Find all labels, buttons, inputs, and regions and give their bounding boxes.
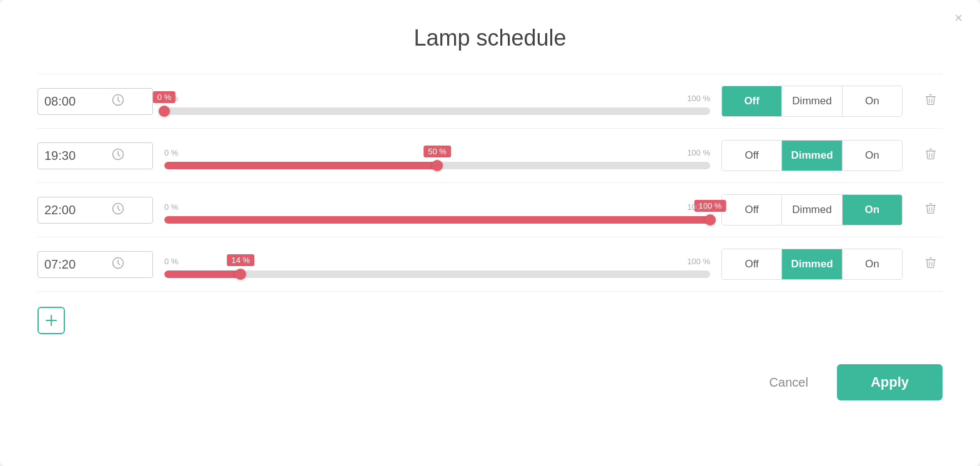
svg-rect-1 bbox=[926, 96, 936, 97]
modal-title: Lamp schedule bbox=[37, 25, 943, 51]
slider-area: 0 %100 %100 % bbox=[164, 194, 710, 226]
mode-btn-on[interactable]: On bbox=[843, 195, 902, 225]
time-input[interactable] bbox=[44, 94, 107, 109]
schedule-row: 0 %14 %100 %OffDimmedOn bbox=[37, 237, 943, 292]
mode-group: OffDimmedOn bbox=[721, 194, 903, 226]
slider-track-wrap bbox=[164, 269, 710, 280]
slider-label-0: 0 % bbox=[164, 202, 178, 212]
svg-rect-7 bbox=[929, 149, 932, 150]
apply-button[interactable]: Apply bbox=[837, 364, 943, 400]
slider-area: 0 %0 %100 % bbox=[164, 86, 710, 117]
slider-area: 0 %50 %100 % bbox=[164, 140, 710, 171]
time-input-wrap bbox=[37, 88, 153, 115]
mode-btn-on[interactable]: On bbox=[843, 141, 902, 171]
svg-rect-6 bbox=[926, 151, 936, 152]
cancel-button[interactable]: Cancel bbox=[752, 367, 826, 399]
add-row bbox=[37, 307, 943, 334]
mode-btn-dimmed[interactable]: Dimmed bbox=[782, 141, 842, 171]
schedule-rows: 0 %0 %100 %OffDimmedOn0 %50 %100 %OffDim… bbox=[37, 74, 943, 292]
slider-track-wrap bbox=[164, 214, 710, 226]
time-input-wrap bbox=[37, 142, 153, 169]
clock-icon bbox=[112, 202, 124, 218]
slider-label-100: 100 % bbox=[687, 257, 710, 266]
clock-icon bbox=[112, 148, 124, 164]
mode-btn-dimmed[interactable]: Dimmed bbox=[782, 249, 842, 279]
time-input-wrap bbox=[37, 197, 153, 224]
slider-thumb[interactable] bbox=[705, 214, 716, 226]
slider-fill bbox=[164, 162, 437, 169]
svg-rect-12 bbox=[929, 203, 932, 204]
slider-thumb[interactable] bbox=[159, 106, 170, 117]
slider-label-value: 50 % bbox=[423, 146, 451, 157]
schedule-row: 0 %100 %100 %OffDimmedOn bbox=[37, 183, 943, 237]
mode-btn-on[interactable]: On bbox=[843, 249, 902, 279]
slider-label-100: 100 % bbox=[687, 148, 710, 157]
clock-icon bbox=[112, 257, 124, 272]
time-input[interactable] bbox=[44, 203, 107, 217]
mode-btn-dimmed[interactable]: Dimmed bbox=[782, 86, 842, 116]
close-button[interactable]: × bbox=[954, 11, 963, 25]
svg-rect-11 bbox=[926, 205, 936, 206]
slider-fill bbox=[164, 216, 710, 224]
lamp-schedule-modal: × Lamp schedule 0 %0 %100 %OffDimmedOn0 … bbox=[0, 0, 980, 466]
mode-btn-dimmed[interactable]: Dimmed bbox=[782, 195, 842, 225]
delete-button[interactable] bbox=[919, 144, 943, 167]
clock-icon bbox=[112, 94, 124, 109]
slider-label-value: 14 % bbox=[227, 254, 255, 266]
slider-label-100: 100 % bbox=[687, 202, 710, 212]
mode-btn-off[interactable]: Off bbox=[722, 141, 782, 171]
time-input[interactable] bbox=[44, 257, 107, 272]
add-schedule-button[interactable] bbox=[37, 307, 65, 334]
slider-area: 0 %14 %100 % bbox=[164, 249, 710, 280]
mode-group: OffDimmedOn bbox=[721, 140, 903, 171]
svg-rect-2 bbox=[929, 94, 932, 96]
slider-track-bg bbox=[164, 107, 710, 115]
mode-btn-off[interactable]: Off bbox=[722, 249, 782, 279]
slider-track-wrap bbox=[164, 160, 710, 171]
time-input-wrap bbox=[37, 251, 153, 278]
plus-icon bbox=[44, 313, 59, 328]
mode-btn-off[interactable]: Off bbox=[722, 195, 782, 225]
schedule-row: 0 %50 %100 %OffDimmedOn bbox=[37, 129, 943, 183]
svg-rect-17 bbox=[929, 257, 932, 259]
slider-thumb[interactable] bbox=[235, 269, 246, 280]
slider-label-value: 0 % bbox=[153, 91, 176, 103]
slider-track-bg bbox=[164, 216, 710, 224]
slider-label-0: 0 % bbox=[164, 257, 178, 266]
svg-rect-16 bbox=[926, 259, 936, 260]
slider-label-0: 0 % bbox=[164, 148, 178, 157]
mode-group: OffDimmedOn bbox=[721, 249, 903, 280]
footer-buttons: Cancel Apply bbox=[37, 364, 943, 407]
slider-track-wrap bbox=[164, 106, 710, 117]
slider-label-100: 100 % bbox=[687, 94, 710, 103]
svg-rect-21 bbox=[46, 320, 57, 321]
delete-button[interactable] bbox=[919, 199, 943, 221]
delete-button[interactable] bbox=[919, 90, 943, 112]
time-input[interactable] bbox=[44, 149, 107, 163]
schedule-row: 0 %0 %100 %OffDimmedOn bbox=[37, 74, 943, 129]
slider-fill bbox=[164, 270, 240, 278]
mode-btn-off[interactable]: Off bbox=[722, 86, 782, 116]
delete-button[interactable] bbox=[919, 253, 943, 275]
slider-thumb[interactable] bbox=[432, 160, 443, 171]
mode-btn-on[interactable]: On bbox=[843, 86, 902, 116]
mode-group: OffDimmedOn bbox=[721, 86, 903, 117]
